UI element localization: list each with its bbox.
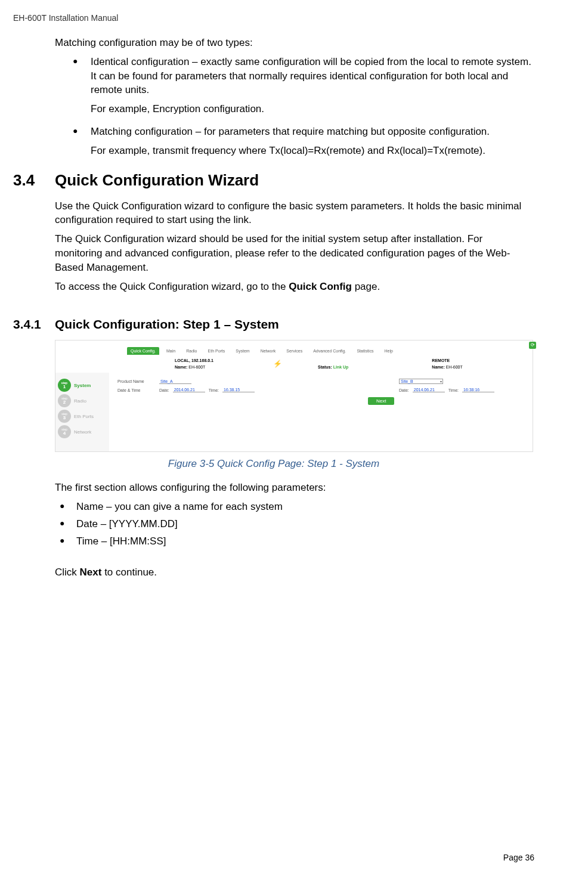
bullet-item: ● Matching configuration – for parameter… [73,125,531,139]
lightning-icon: ⚡ [273,360,282,368]
local-info: LOCAL, 192.168.0.1 Name: EH-600T [175,358,213,369]
local-ip-label: LOCAL, 192.168.0.1 [175,358,213,363]
step-badge-icon: step4 [58,425,71,438]
bullet-text: Identical configuration – exactly same c… [91,55,531,97]
date-local-input[interactable]: 2014.06.21 [173,388,205,392]
paragraph: Use the Quick Configuration wizard to co… [55,199,531,228]
status-label: Status: [318,365,332,369]
tab-system[interactable]: System [232,347,253,355]
step-badge-icon: step2 [58,394,71,407]
remote-info: REMOTE Name: EH-600T [432,358,462,369]
tab-quick-config[interactable]: Quick Config. [127,347,159,355]
bullet-icon: ● [73,125,91,139]
bullet-subtext: For example, transmit frequency where Tx… [91,144,531,158]
date-time-row: Date & Time Date:2014.06.21 Time:16.38.1… [117,388,524,392]
subsection-title: Quick Configuration: Step 1 – System [55,317,279,332]
nav-tabs: Quick Config. Main Radio Eth Ports Syste… [55,340,525,355]
figure-caption: Figure 3-5 Quick Config Page: Step 1 - S… [13,458,534,470]
next-button[interactable]: Next [368,397,394,405]
link-status: ⚡ [273,360,282,368]
bullet-text: Name – you can give a name for each syst… [76,500,283,514]
product-name-label: Product Name [117,379,159,383]
status-col: Status: Link Up [318,358,348,369]
section-title: Quick Configuration Wizard [55,171,259,190]
step-badge-icon: step3 [58,410,71,423]
tab-main[interactable]: Main [163,347,179,355]
section-number: 3.4 [13,171,55,190]
product-name-remote-select[interactable]: Site_B [399,379,443,384]
paragraph: The first section allows configuring the… [55,481,531,495]
bullet-text: Date – [YYYY.MM.DD] [76,517,178,531]
tab-eth-ports[interactable]: Eth Ports [205,347,229,355]
time-label: Time: [448,388,459,392]
status-line: Status: Link Up [318,365,348,369]
step-1-system[interactable]: step1System [58,379,107,392]
quick-config-bold: Quick Config [289,281,352,292]
bullet-icon: ● [60,500,76,514]
name-label: Name: [175,365,187,369]
step-2-radio[interactable]: step2Radio [58,394,107,407]
remote-name-line: Name: EH-600T [432,365,462,369]
text: to continue. [101,566,157,578]
remote-label: REMOTE [432,358,462,363]
date-time-label: Date & Time [117,388,159,392]
bullet-item: ● Time – [HH:MM:SS] [60,534,531,549]
time-label: Time: [209,388,219,392]
page-number: Page 36 [503,853,534,862]
bullet-subtext: For example, Encryption configuration. [91,102,531,116]
bullet-text: Matching configuration – for parameters … [91,125,490,139]
remote-name-value: EH-600T [446,365,463,369]
wizard-steps: step1System step2Radio step3Eth Ports st… [55,373,109,451]
tab-radio[interactable]: Radio [182,347,200,355]
steps-pane: step1System step2Radio step3Eth Ports st… [55,373,533,451]
text: Click [55,566,80,578]
bullet-item: ● Identical configuration – exactly same… [73,55,531,97]
product-name-row: Product Name Site_A Site_B [117,379,524,384]
date-label: Date: [159,388,169,392]
text: page. [352,281,380,292]
status-value: Link Up [333,365,349,369]
tab-statistics[interactable]: Statistics [353,347,377,355]
paragraph: The Quick Configuration wizard should be… [55,232,531,274]
step-4-network[interactable]: step4Network [58,425,107,438]
text: To access the Quick Configuration wizard… [55,281,289,292]
date-label: Date: [399,388,409,392]
section-3-4-heading: 3.4 Quick Configuration Wizard [13,171,534,190]
subsection-number: 3.4.1 [13,317,55,332]
local-name-value: EH-600T [188,365,205,369]
info-row: LOCAL, 192.168.0.1 Name: EH-600T ⚡ Statu… [55,355,533,373]
step-label: Network [74,429,91,435]
bullet-item: ● Name – you can give a name for each sy… [60,500,531,514]
doc-header: EH-600T Installation Manual [13,13,534,23]
step-label: System [74,383,91,388]
step-label: Eth Ports [74,414,94,419]
local-name-line: Name: EH-600T [175,365,213,369]
next-bold: Next [80,566,102,578]
tab-advanced[interactable]: Advanced Config. [310,347,349,355]
bullet-text: Time – [HH:MM:SS] [76,534,166,549]
step-3-eth[interactable]: step3Eth Ports [58,410,107,423]
form-area: Product Name Site_A Site_B Date & Time D… [109,373,533,451]
bullet-icon: ● [60,517,76,531]
time-local-input[interactable]: 16.38.15 [222,388,255,392]
refresh-icon[interactable]: ⟳ [529,342,536,349]
name-label: Name: [432,365,444,369]
tab-network[interactable]: Network [257,347,280,355]
click-next-line: Click Next to continue. [55,565,531,580]
step-label: Radio [74,398,86,404]
embedded-screenshot: ⟳ Quick Config. Main Radio Eth Ports Sys… [55,340,533,452]
paragraph: To access the Quick Configuration wizard… [55,280,531,294]
bullet-item: ● Date – [YYYY.MM.DD] [60,517,531,531]
section-3-4-1-heading: 3.4.1 Quick Configuration: Step 1 – Syst… [13,317,534,332]
tab-help[interactable]: Help [380,347,396,355]
step-badge-icon: step1 [58,379,71,392]
product-name-local-input[interactable]: Site_A [159,379,191,384]
time-remote-input[interactable]: 16:38:16 [462,388,494,392]
bullet-icon: ● [73,55,91,97]
bullet-icon: ● [60,534,76,549]
date-remote-input[interactable]: 2014.06.21 [413,388,445,392]
tab-services[interactable]: Services [283,347,306,355]
intro-text: Matching configuration may be of two typ… [55,36,531,50]
